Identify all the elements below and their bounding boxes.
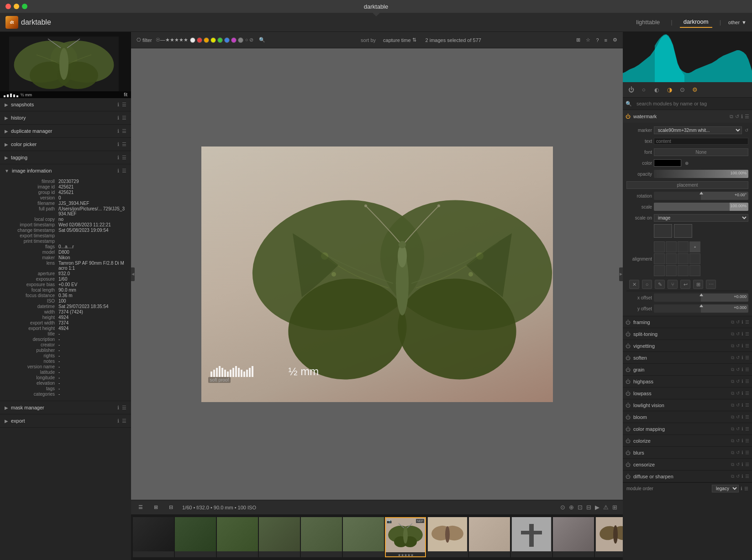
info-icon[interactable]: ℹ [741, 474, 743, 479]
menu-icon[interactable]: ☰ [745, 319, 749, 325]
module-order-select[interactable]: legacy [712, 485, 739, 492]
color-circle-yellow[interactable] [210, 37, 216, 43]
info-icon[interactable]: ℹ [117, 418, 119, 424]
mod-icon-pen[interactable]: ✎ [655, 280, 665, 289]
snapshots-header[interactable]: ▶ snapshots ℹ ☰ [0, 98, 131, 111]
info-icon[interactable]: ℹ [741, 450, 743, 455]
reset-icon[interactable]: ↺ [736, 331, 740, 337]
mask-manager-header[interactable]: ▶ mask manager ℹ ☰ [0, 401, 131, 414]
nav-other-dropdown[interactable]: other ▼ [728, 20, 747, 25]
color-circle-purple[interactable] [231, 37, 237, 43]
censorize-power[interactable]: ⏻ [626, 462, 631, 467]
colorize-power[interactable]: ⏻ [626, 438, 631, 444]
module-grain[interactable]: ⏻ grain ⧉ ↺ ℹ ☰ [623, 364, 752, 376]
reset-icon[interactable]: ↺ [735, 114, 739, 120]
image-information-header[interactable]: ▼ image information ℹ ☰ [0, 164, 131, 177]
rtb-half-circle[interactable]: ◐ [651, 84, 662, 95]
copy-icon[interactable]: ⧉ [731, 414, 734, 420]
align-tl[interactable] [654, 241, 665, 252]
info-icon[interactable]: ℹ [741, 367, 743, 372]
module-lowlight-vision[interactable]: ⏻ lowlight vision ⧉ ↺ ℹ ☰ [623, 399, 752, 411]
reset-icon[interactable]: ↺ [736, 414, 740, 420]
filmstrip-toggle[interactable]: ☰ [137, 503, 145, 511]
color-picker-header[interactable]: ▶ color picker ℹ ☰ [0, 138, 131, 151]
view-btn-4[interactable]: ≡ [603, 37, 609, 44]
module-lowpass[interactable]: ⏻ lowpass ⧉ ↺ ℹ ☰ [623, 387, 752, 399]
rtb-circle[interactable]: ○ [638, 84, 649, 95]
align-mc[interactable] [666, 253, 677, 264]
color-circle-orange[interactable] [204, 37, 209, 43]
align-ml[interactable] [654, 253, 665, 264]
menu-icon[interactable]: ☰ [745, 391, 749, 396]
copy-icon[interactable]: ⧉ [731, 379, 734, 384]
wm-yoffset-slider[interactable]: +0.000 [654, 304, 748, 313]
filmstrip-thumb-3[interactable] [217, 517, 258, 557]
copy-icon[interactable]: ⧉ [731, 403, 734, 408]
module-framing[interactable]: ⏻ framing ⧉ ↺ ℹ ☰ [623, 316, 752, 328]
filmstrip-thumb-8[interactable] [427, 517, 468, 557]
info-icon[interactable]: ℹ [741, 426, 743, 432]
crop-icon[interactable]: ⊡ [578, 504, 583, 511]
menu-icon[interactable]: ☰ [122, 155, 126, 161]
reset-icon[interactable]: ↺ [736, 462, 740, 467]
reset-icon[interactable]: ↺ [736, 403, 740, 408]
copy-icon[interactable]: ⧉ [731, 391, 734, 396]
module-vignetting[interactable]: ⏻ vignetting ⧉ ↺ ℹ ☰ [623, 340, 752, 352]
reset-icon[interactable]: ↺ [736, 438, 740, 444]
location-icon[interactable]: ⊕ [569, 504, 574, 511]
blurs-power[interactable]: ⏻ [626, 450, 631, 455]
copy-icon[interactable]: ⧉ [731, 462, 734, 467]
copy-icon[interactable]: ⧉ [730, 114, 733, 120]
info-icon[interactable]: ℹ [741, 319, 743, 325]
window-controls[interactable] [5, 4, 27, 9]
menu-icon[interactable]: ☰ [745, 355, 749, 361]
diffuse-power[interactable]: ⏻ [626, 474, 631, 479]
menu-icon[interactable]: ☰ [745, 114, 749, 120]
align-tc[interactable] [666, 241, 677, 252]
bloom-power[interactable]: ⏻ [626, 414, 631, 420]
reset-icon[interactable]: ↺ [736, 343, 740, 349]
info-icon[interactable]: ℹ [741, 379, 743, 384]
export-header[interactable]: ▶ export ℹ ☰ [0, 414, 131, 427]
menu-icon[interactable]: ☰ [122, 115, 126, 121]
module-diffuse-or-sharpen[interactable]: ⏻ diffuse or sharpen ⧉ ↺ ℹ ☰ [623, 471, 752, 482]
wm-xoffset-slider[interactable]: +0.000 [654, 293, 748, 302]
module-color-mapping[interactable]: ⏻ color mapping ⧉ ↺ ℹ ☰ [623, 423, 752, 435]
color-circle-red[interactable] [197, 37, 202, 43]
filmstrip-thumb-4[interactable] [259, 517, 300, 557]
mod-icon-grid[interactable]: ⊞ [693, 280, 703, 289]
nav-tab-lighttable[interactable]: lighttable [632, 17, 663, 27]
copy-icon[interactable]: ⧉ [731, 319, 734, 325]
warning-icon[interactable]: ⚠ [603, 504, 609, 511]
align-bc[interactable] [666, 265, 677, 276]
copy-icon[interactable]: ⧉ [731, 355, 734, 361]
menu-icon[interactable]: ☰ [745, 403, 749, 408]
framing-power[interactable]: ⏻ [626, 319, 631, 325]
menu-icon[interactable]: ☰ [745, 367, 749, 372]
wm-color-picker[interactable] [654, 159, 681, 167]
filmstrip-thumb-9[interactable] [469, 517, 510, 557]
collapse-right-panel[interactable]: ▶ [619, 267, 623, 281]
lowlight-power[interactable]: ⏻ [626, 403, 631, 408]
menu-icon[interactable]: ☰ [745, 462, 749, 467]
copy-icon[interactable]: ⧉ [731, 426, 734, 432]
menu-icon[interactable]: ☰ [122, 102, 126, 108]
mod-icon-arrow[interactable]: ↩ [680, 280, 690, 289]
info-icon[interactable]: ℹ [741, 355, 743, 361]
module-soften[interactable]: ⏻ soften ⧉ ↺ ℹ ☰ [623, 352, 752, 364]
search-button[interactable]: 🔍 [257, 36, 267, 44]
module-blurs[interactable]: ⏻ blurs ⧉ ↺ ℹ ☰ [623, 447, 752, 459]
align-mr[interactable] [678, 253, 689, 264]
filmstrip-thumb-12[interactable] [595, 517, 623, 557]
reset-icon[interactable]: ↺ [736, 391, 740, 396]
compare-btn[interactable]: ⊟ [167, 503, 175, 511]
mod-icon-circle[interactable]: ○ [642, 280, 652, 289]
align-plus2[interactable] [689, 253, 700, 264]
reset-icon[interactable]: ↺ [736, 426, 740, 432]
wm-font-button[interactable]: None [654, 148, 748, 156]
filter-button[interactable]: ⎔ filter [135, 36, 154, 44]
nav-tab-darkroom[interactable]: darkroom [680, 16, 712, 28]
view-btn-1[interactable]: ⊞ [574, 36, 582, 44]
module-search-input[interactable] [634, 99, 749, 108]
align-plus3[interactable] [689, 265, 700, 276]
